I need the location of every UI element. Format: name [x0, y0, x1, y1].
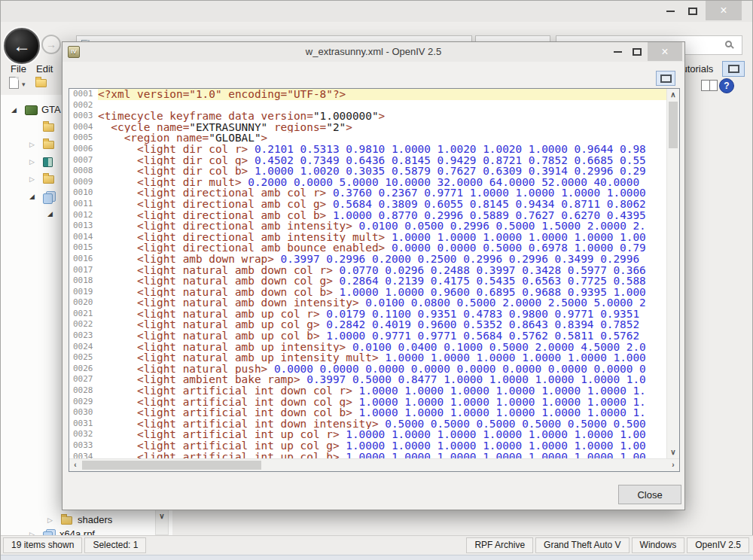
dialog-maximize-button[interactable]	[629, 44, 645, 59]
status-left: 19 items shown Selected: 1	[3, 537, 146, 553]
code-line: 0003<timecycle_keyframe_data version="1.…	[69, 111, 666, 122]
collapse-icon[interactable]: ◢	[47, 210, 53, 218]
close-icon: ×	[720, 5, 727, 17]
code-line: 0017 <light_natural_amb_down_col_r> 0.07…	[69, 265, 666, 276]
dialog-titlebar[interactable]: IV w_extrasunny.xml - OpenIV 2.5 ×	[62, 42, 684, 62]
code-text	[98, 100, 666, 111]
viewer-fullscreen-button[interactable]	[656, 71, 675, 86]
close-dialog-button[interactable]: Close	[618, 485, 681, 504]
line-number: 0010	[69, 187, 92, 199]
scroll-down-icon[interactable]: ∨	[667, 446, 679, 458]
code-text: <light_directional_amb_intensity_mult> 1…	[98, 232, 666, 243]
help-button[interactable]: ?	[719, 78, 734, 93]
screen-icon	[660, 75, 672, 83]
help-icon: ?	[724, 81, 729, 91]
code-line: 0012 <light_directional_amb_col_b> 1.000…	[69, 210, 666, 221]
code-text: <light_dir_mult> 0.2000 0.0000 5.0000 10…	[98, 177, 666, 188]
code-text: <light_dir_col_g> 0.4502 0.7349 0.6436 0…	[98, 155, 666, 166]
code-text: <light_directional_amb_intensity> 0.0100…	[98, 221, 666, 232]
back-button[interactable]: ←	[4, 28, 40, 64]
collapse-icon[interactable]: ◢	[11, 106, 17, 114]
dialog-close-button[interactable]: ×	[648, 42, 682, 61]
code-line: 0011 <light_directional_amb_col_g> 0.568…	[69, 199, 666, 210]
app-version-status: OpenIV 2.5	[687, 537, 749, 553]
status-bar: 19 items shown Selected: 1 RPF Archive G…	[1, 535, 753, 555]
tree-item-shaders[interactable]: ▷shaders	[1, 513, 151, 527]
code-text: <light_directional_amb_col_b> 1.0000 0.8…	[98, 210, 666, 221]
archive-icon	[43, 157, 53, 167]
expand-icon[interactable]: ▷	[29, 141, 35, 148]
folder-icon	[43, 141, 54, 149]
line-number: 0030	[69, 407, 92, 418]
line-number: 0028	[69, 385, 92, 397]
code-text: <light_artificial_int_up_col_g> 1.0000 1…	[98, 440, 666, 452]
code-line: 0008 <light_dir_col_b> 1.0000 1.0020 0.3…	[69, 166, 666, 177]
code-line: 0007 <light_dir_col_g> 0.4502 0.7349 0.6…	[69, 155, 666, 166]
line-number: 0014	[69, 232, 92, 243]
open-folder-button[interactable]	[35, 79, 47, 87]
code-line: 0027 <light_ambient_bake_ramp> 0.3997 0.…	[69, 374, 666, 385]
expand-icon[interactable]: ▷	[29, 158, 35, 166]
code-text: <light_artificial_int_down_intensity> 0.…	[98, 418, 666, 430]
menu-file[interactable]: File	[11, 63, 26, 75]
code-line: 0010 <light_directional_amb_col_r> 0.376…	[69, 187, 666, 199]
code-text: <light_natural_amb_up_intensity_mult> 1.…	[98, 352, 666, 364]
scroll-left-icon[interactable]: ‹	[69, 459, 81, 471]
code-line: 0006 <light_dir_col_r> 0.2101 0.5313 0.9…	[69, 144, 666, 155]
fullscreen-button[interactable]	[722, 61, 745, 77]
line-number: 0029	[69, 397, 92, 408]
chevron-down-icon[interactable]: ▾	[22, 81, 26, 88]
scroll-down-icon[interactable]: ∨	[156, 510, 168, 522]
menu-edit[interactable]: Edit	[36, 63, 53, 75]
expand-icon[interactable]: ▷	[47, 516, 53, 524]
horizontal-scroll-thumb[interactable]	[82, 461, 261, 470]
code-line: 0026 <light_natural_push> 0.0000 0.0000 …	[69, 364, 666, 375]
code-lines[interactable]: 0001<?xml version="1.0" encoding="UTF-8"…	[69, 89, 666, 458]
horizontal-scrollbar[interactable]: ‹ ›	[69, 458, 679, 471]
line-number: 0031	[69, 418, 92, 430]
code-line: 0002	[69, 100, 666, 111]
code-line: 0020 <light_natural_amb_down_intensity> …	[69, 297, 666, 309]
maximize-button[interactable]	[684, 4, 701, 19]
new-document-button[interactable]	[9, 77, 19, 89]
line-number: 0022	[69, 319, 92, 330]
code-text: <light_natural_amb_up_intensity> 0.0100 …	[98, 342, 666, 353]
forward-button[interactable]: →	[41, 35, 61, 54]
code-line: 0029 <light_artificial_int_down_col_g> 1…	[69, 397, 666, 408]
line-number: 0018	[69, 275, 92, 287]
dialog-minimize-button[interactable]	[609, 44, 626, 59]
line-number: 0003	[69, 111, 92, 122]
code-line: 0009 <light_dir_mult> 0.2000 0.0000 5.00…	[69, 177, 666, 188]
files-icon	[43, 191, 56, 202]
vertical-scroll-thumb[interactable]	[669, 102, 678, 148]
line-number: 0013	[69, 221, 92, 232]
split-pane-icon[interactable]	[701, 80, 718, 91]
code-line: 0014 <light_directional_amb_intensity_mu…	[69, 232, 666, 243]
code-text: <region name="GLOBAL">	[98, 132, 666, 144]
items-shown-status: 19 items shown	[3, 537, 82, 553]
code-line: 0001<?xml version="1.0" encoding="UTF-8"…	[69, 89, 666, 100]
expand-icon[interactable]: ▷	[29, 175, 35, 183]
code-line: 0025 <light_natural_amb_up_intensity_mul…	[69, 352, 666, 364]
code-text: <?xml version="1.0" encoding="UTF-8"?>	[98, 89, 666, 100]
scroll-right-icon[interactable]: ›	[667, 459, 679, 471]
collapse-icon[interactable]: ◢	[29, 193, 35, 200]
vertical-scrollbar[interactable]: ∧ ∨	[666, 89, 679, 458]
code-text: <cycle name="EXTRASUNNY" regions="2">	[98, 122, 666, 133]
xml-editor[interactable]: 0001<?xml version="1.0" encoding="UTF-8"…	[69, 88, 680, 472]
back-icon: ←	[13, 35, 31, 56]
code-text: <light_dir_col_b> 1.0000 1.0020 0.3035 0…	[98, 166, 666, 177]
scroll-up-icon[interactable]: ∧	[667, 89, 679, 101]
minimize-button[interactable]	[662, 4, 678, 19]
folder-icon	[43, 175, 54, 184]
code-line: 0028 <light_artificial_int_down_col_r> 1…	[69, 385, 666, 397]
code-text: <light_natural_amb_down_col_g> 0.2864 0.…	[98, 275, 666, 287]
line-number: 0006	[69, 144, 92, 155]
code-text: <light_directional_amb_col_r> 0.3760 0.2…	[98, 187, 666, 199]
window-bottom-strip	[1, 555, 753, 560]
gtav-icon	[25, 105, 38, 115]
code-text: <light_natural_amb_down_col_b> 1.0000 1.…	[98, 287, 666, 298]
close-button[interactable]: ×	[706, 1, 742, 20]
code-line: 0034 <light_artificial_int_up_col_b> 1.0…	[69, 452, 666, 458]
code-line: 0004 <cycle name="EXTRASUNNY" regions="2…	[69, 122, 666, 133]
